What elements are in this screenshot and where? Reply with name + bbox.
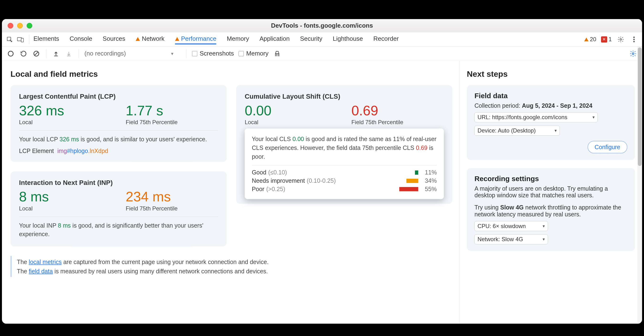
main-heading: Local and field metrics	[10, 69, 452, 79]
inspect-element-icon[interactable]	[6, 35, 13, 43]
lcp-element[interactable]: LCP Element img#hplogo.lnXdpd	[19, 147, 218, 154]
lcp-local-value: 326 ms	[19, 103, 112, 118]
panel-settings-icon[interactable]	[629, 49, 637, 58]
issues-errors-badge[interactable]: ✕ 1	[601, 36, 612, 43]
field-data-title: Field data	[474, 92, 627, 100]
svg-rect-2	[21, 38, 24, 42]
content-body: Local and field metrics Largest Contentf…	[2, 61, 642, 324]
main-pane: Local and field metrics Largest Contentf…	[2, 61, 460, 324]
side-pane: Next steps Field data Collection period:…	[460, 61, 642, 324]
titlebar: DevTools - fonts.google.com/icons	[2, 19, 642, 32]
separator	[29, 34, 29, 44]
warning-icon	[175, 37, 179, 41]
issues-warnings-badge[interactable]: 20	[584, 36, 596, 43]
url-select[interactable]: URL: https://fonts.google.com/icons	[474, 112, 598, 122]
device-select[interactable]: Device: Auto (Desktop)	[474, 126, 560, 136]
scrollbar-thumb[interactable]	[638, 47, 642, 166]
local-metrics-link[interactable]: local metrics	[28, 259, 62, 265]
warning-icon	[136, 37, 140, 41]
cls-tooltip: Your local CLS 0.00 is good and is rated…	[245, 128, 444, 199]
lcp-local-label: Local	[19, 119, 112, 126]
upload-icon[interactable]	[52, 49, 60, 58]
cls-card: Cumulative Layout Shift (CLS) 0.00 Local…	[236, 85, 452, 204]
recording-settings-card: Recording settings A majority of users a…	[467, 168, 635, 251]
clear-button[interactable]	[32, 49, 40, 58]
tab-network[interactable]: Network	[136, 35, 164, 44]
more-icon[interactable]	[630, 35, 638, 44]
tab-elements[interactable]: Elements	[34, 35, 59, 44]
dist-row: Needs improvement (0.10-0.25)34%	[252, 177, 437, 184]
tab-list: Elements Console Sources Network Perform…	[34, 35, 584, 44]
record-button[interactable]	[7, 49, 15, 58]
svg-point-8	[632, 53, 634, 54]
cpu-throttle-select[interactable]: CPU: 6× slowdown	[474, 221, 548, 231]
devtools-window: DevTools - fonts.google.com/icons Elemen…	[2, 19, 642, 324]
inp-field-value: 234 ms	[126, 189, 218, 205]
recordings-select[interactable]: (no recordings)	[84, 50, 180, 57]
cls-distribution: Good (≤0.10)11%Needs improvement (0.10-0…	[252, 169, 437, 192]
window-title: DevTools - fonts.google.com/icons	[2, 22, 642, 29]
field-data-card: Field data Collection period: Aug 5, 202…	[467, 85, 635, 160]
tab-security[interactable]: Security	[300, 35, 322, 44]
tab-application[interactable]: Application	[260, 35, 290, 44]
lcp-field-value: 1.77 s	[126, 103, 218, 118]
warning-icon	[584, 37, 588, 41]
side-heading: Next steps	[467, 69, 635, 79]
performance-toolbar: (no recordings) Screenshots Memory	[2, 46, 642, 61]
svg-point-4	[633, 36, 635, 38]
tab-sources[interactable]: Sources	[102, 35, 125, 44]
garbage-collect-icon[interactable]	[273, 49, 282, 58]
memory-checkbox[interactable]: Memory	[239, 50, 268, 57]
cls-field-value: 0.69	[351, 103, 444, 118]
cls-title: Cumulative Layout Shift (CLS)	[245, 93, 444, 100]
lcp-card: Largest Contentful Paint (LCP) 326 ms Lo…	[10, 85, 227, 162]
lcp-title: Largest Contentful Paint (LCP)	[19, 93, 218, 100]
download-icon[interactable]	[65, 49, 73, 58]
tab-recorder[interactable]: Recorder	[373, 35, 398, 44]
panel-tabs: Elements Console Sources Network Perform…	[2, 32, 642, 47]
inp-description: Your local INP 8 ms is good, and is sign…	[19, 221, 218, 239]
inp-title: Interaction to Next Paint (INP)	[19, 179, 218, 187]
tab-console[interactable]: Console	[70, 35, 92, 44]
tab-lighthouse[interactable]: Lighthouse	[333, 35, 363, 44]
svg-point-6	[633, 41, 635, 42]
tab-performance[interactable]: Performance	[175, 35, 216, 44]
screenshots-checkbox[interactable]: Screenshots	[192, 50, 234, 57]
configure-button[interactable]: Configure	[588, 141, 627, 153]
recording-settings-title: Recording settings	[474, 175, 627, 183]
footnote: The local metrics are captured from the …	[10, 256, 452, 277]
scrollbar-track[interactable]	[637, 46, 642, 324]
field-data-link[interactable]: field data	[28, 268, 53, 274]
svg-point-5	[633, 39, 635, 40]
svg-point-3	[620, 39, 622, 40]
lcp-description: Your local LCP 326 ms is good, and is si…	[19, 135, 218, 144]
dist-row: Poor (>0.25)55%	[252, 186, 437, 193]
error-icon: ✕	[601, 36, 607, 42]
device-toolbar-icon[interactable]	[17, 35, 24, 43]
tab-memory[interactable]: Memory	[227, 35, 249, 44]
settings-icon[interactable]	[616, 35, 625, 44]
network-throttle-select[interactable]: Network: Slow 4G	[474, 235, 548, 245]
lcp-field-label: Field 75th Percentile	[126, 119, 218, 126]
inp-card: Interaction to Next Paint (INP) 8 ms Loc…	[10, 171, 227, 246]
inp-local-value: 8 ms	[19, 189, 112, 205]
reload-record-button[interactable]	[20, 49, 28, 58]
dist-row: Good (≤0.10)11%	[252, 169, 437, 176]
cls-local-value: 0.00	[245, 103, 337, 118]
